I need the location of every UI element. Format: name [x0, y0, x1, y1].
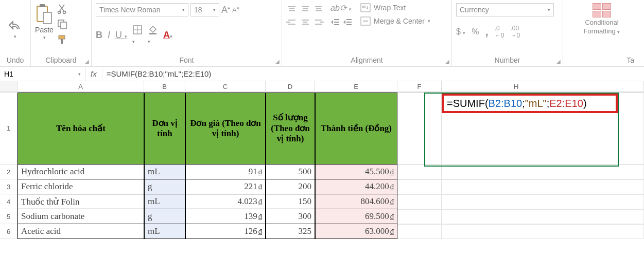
cell-reference-input[interactable] — [4, 70, 78, 78]
cell-unit[interactable]: mL — [144, 165, 185, 179]
cell-blank[interactable] — [397, 165, 442, 179]
increase-font-icon[interactable]: A▴ — [221, 5, 230, 15]
font-color-button[interactable]: A▾ — [163, 30, 172, 41]
cell-total[interactable]: 63.000 đ — [315, 224, 397, 239]
svg-point-4 — [63, 11, 66, 14]
bold-button[interactable]: B — [96, 30, 102, 41]
cell-F1[interactable] — [397, 93, 442, 165]
font-name-select[interactable]: Times New Roman▾ — [96, 3, 188, 16]
group-font: Times New Roman▾ 18▾ A▴ A▾ B I U ▾ ▾ ▾ A… — [92, 0, 282, 66]
cell-price[interactable]: 139 đ — [185, 209, 266, 224]
cell-blank[interactable] — [442, 179, 644, 194]
percent-button[interactable]: % — [472, 27, 479, 36]
indent-increase-icon[interactable] — [343, 18, 352, 26]
cell-qty[interactable]: 325 — [266, 224, 315, 239]
row-header[interactable]: 6 — [0, 224, 18, 239]
cell-qty[interactable]: 500 — [266, 165, 315, 179]
paste-button[interactable]: Paste ▾ — [35, 3, 54, 40]
cell-unit[interactable]: mL — [144, 224, 185, 239]
cell-qty[interactable]: 150 — [266, 194, 315, 209]
alignment-expand-icon[interactable]: ◢ — [445, 59, 449, 64]
align-right-icon[interactable] — [313, 16, 324, 28]
fill-color-button[interactable]: ▾ — [148, 25, 158, 46]
col-header-E[interactable]: E — [315, 81, 397, 92]
cell-qty[interactable]: 200 — [266, 179, 315, 194]
comma-button[interactable]: , — [485, 25, 489, 39]
col-header-C[interactable]: C — [185, 81, 266, 92]
align-middle-icon[interactable] — [300, 3, 311, 14]
align-left-icon[interactable] — [286, 16, 298, 28]
clipboard-expand-icon[interactable]: ◢ — [85, 59, 89, 64]
select-all-cell[interactable] — [0, 81, 18, 92]
font-expand-icon[interactable]: ◢ — [275, 59, 280, 64]
cell-total[interactable]: 804.600 đ — [315, 194, 397, 209]
decrease-decimal-icon[interactable]: .00→0 — [510, 25, 520, 39]
cell-blank[interactable] — [397, 179, 442, 194]
copy-icon[interactable] — [57, 19, 68, 30]
cell-price[interactable]: 91 đ — [185, 165, 266, 179]
cell-name[interactable]: Thuốc thử Folin — [18, 194, 144, 209]
cut-icon[interactable] — [57, 3, 68, 14]
header-C[interactable]: Đơn giá (Theo đơn vị tính) — [185, 93, 266, 165]
cell-price[interactable]: 221 đ — [185, 179, 266, 194]
cell-blank[interactable] — [442, 209, 644, 224]
name-box[interactable]: ▾ — [0, 67, 85, 81]
decrease-font-icon[interactable]: A▾ — [232, 6, 239, 14]
row-header-1[interactable]: 1 — [0, 93, 18, 165]
align-center-icon[interactable] — [300, 16, 311, 28]
group-styles: Conditional Formatting ▾ Ta — [563, 0, 640, 66]
header-E[interactable]: Thành tiền (Đồng) — [315, 93, 397, 165]
header-A[interactable]: Tên hóa chất — [18, 93, 144, 165]
align-top-icon[interactable] — [286, 3, 298, 14]
cell-total[interactable]: 69.500 đ — [315, 209, 397, 224]
header-B[interactable]: Đơn vị tính — [144, 93, 185, 165]
col-header-B[interactable]: B — [144, 81, 185, 92]
row-header[interactable]: 2 — [0, 165, 18, 179]
wrap-text-button[interactable]: ab Wrap Text — [360, 3, 430, 12]
formula-input[interactable]: =SUMIF(B2:B10;"mL";E2:E10) — [102, 69, 644, 78]
conditional-formatting-button[interactable]: Conditional Formatting ▾ — [584, 3, 620, 35]
cell-blank[interactable] — [442, 224, 644, 239]
undo-button[interactable]: ▾ — [8, 20, 23, 39]
cell-blank[interactable] — [442, 165, 644, 179]
cell-price[interactable]: 4.023 đ — [185, 194, 266, 209]
cell-price[interactable]: 126 đ — [185, 224, 266, 239]
col-header-H[interactable]: H — [442, 81, 644, 92]
cell-name[interactable]: Ferric chloride — [18, 179, 144, 194]
border-button[interactable]: ▾ — [132, 25, 143, 46]
cell-qty[interactable]: 300 — [266, 209, 315, 224]
header-D[interactable]: Số lượng (Theo đơn vị tính) — [266, 93, 315, 165]
align-bottom-icon[interactable] — [313, 3, 324, 14]
cell-total[interactable]: 45.500 đ — [315, 165, 397, 179]
cell-name[interactable]: Hydrochloric acid — [18, 165, 144, 179]
indent-decrease-icon[interactable] — [330, 18, 340, 26]
row-header[interactable]: 3 — [0, 179, 18, 194]
cell-blank[interactable] — [397, 209, 442, 224]
row-header[interactable]: 4 — [0, 194, 18, 209]
merge-center-button[interactable]: Merge & Center ▾ — [360, 16, 430, 26]
number-expand-icon[interactable]: ◢ — [556, 59, 561, 64]
row-header[interactable]: 5 — [0, 209, 18, 224]
cell-blank[interactable] — [397, 224, 442, 239]
fx-icon[interactable]: fx — [85, 67, 102, 81]
col-header-A[interactable]: A — [18, 81, 144, 92]
cell-name[interactable]: Sodium carbonate — [18, 209, 144, 224]
col-header-F[interactable]: F — [397, 81, 442, 92]
spreadsheet: A B C D E F H 1 Tên hóa chất Đơn vị tính… — [0, 81, 644, 274]
cell-total[interactable]: 44.200 đ — [315, 179, 397, 194]
currency-button[interactable]: $ ▾ — [456, 27, 465, 36]
underline-button[interactable]: U ▾ — [115, 30, 127, 41]
cell-blank[interactable] — [442, 194, 644, 209]
font-size-select[interactable]: 18▾ — [190, 3, 219, 16]
col-header-D[interactable]: D — [266, 81, 315, 92]
number-format-select[interactable]: Currency▾ — [456, 3, 554, 16]
cell-name[interactable]: Acetic acid — [18, 224, 144, 239]
format-painter-icon[interactable] — [57, 34, 68, 45]
italic-button[interactable]: I — [108, 30, 110, 41]
cell-unit[interactable]: mL — [144, 194, 185, 209]
orientation-button[interactable]: ab⟳ ▾ — [330, 3, 352, 13]
cell-blank[interactable] — [397, 194, 442, 209]
cell-unit[interactable]: g — [144, 179, 185, 194]
cell-unit[interactable]: g — [144, 209, 185, 224]
increase-decimal-icon[interactable]: .0←0 — [495, 25, 504, 39]
